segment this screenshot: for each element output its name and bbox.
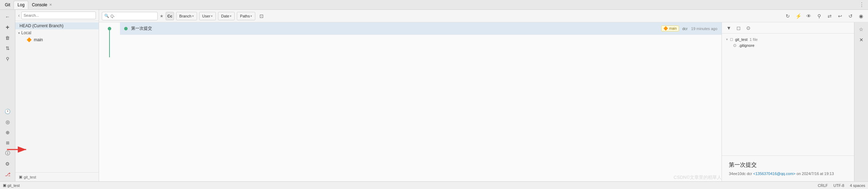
more-tabs-button[interactable]: ⋮ xyxy=(857,1,867,8)
commit-branch-tag: 🔶 main xyxy=(661,26,679,31)
file-entry-gitignore[interactable]: ⊙ .gitignore xyxy=(725,42,851,49)
file-label: .gitignore xyxy=(739,43,754,48)
status-bar: ▣ git_test CRLF UTF-8 4 spaces xyxy=(0,181,868,189)
paths-chevron-icon: ▾ xyxy=(250,14,252,18)
tab-console-label: Console xyxy=(32,2,47,7)
warning-button[interactable]: ⓘ xyxy=(2,148,13,158)
history-button[interactable]: 🕐 xyxy=(2,107,13,116)
stash-button[interactable]: ⇅ xyxy=(2,43,13,53)
search-input[interactable] xyxy=(111,14,145,18)
sidebar-content: HEAD (Current Branch) ▾ Local 🔶 main xyxy=(15,21,99,172)
fetch-icon[interactable]: ⚡ xyxy=(794,12,802,20)
far-right-rail: ☆ ✕ xyxy=(854,22,868,181)
tag-button[interactable]: ◎ xyxy=(2,117,13,127)
sidebar-search-input[interactable] xyxy=(21,12,96,19)
commit-message: 第一次提交 xyxy=(131,26,658,31)
sidebar-header: ‹ xyxy=(15,10,99,21)
branch-filter-button[interactable]: Branch ▾ xyxy=(176,12,197,20)
commit-detail-meta: 34ee10dc dcr <1356370416@qq.com> on 2024… xyxy=(729,172,847,176)
status-crlf[interactable]: CRLF xyxy=(818,183,828,188)
date-chevron-icon: ▾ xyxy=(230,14,232,18)
user-filter-button[interactable]: User ▾ xyxy=(199,12,216,20)
folder-label: git_test xyxy=(735,37,747,42)
cc-toggle[interactable]: Cc xyxy=(166,12,174,20)
expand-icon[interactable]: ▼ xyxy=(725,24,733,32)
tab-console[interactable]: Console ✕ xyxy=(28,1,55,9)
repo-label: git_test xyxy=(24,175,36,179)
branch-icon: 🔶 xyxy=(27,37,32,42)
delete-button[interactable]: 🗑 xyxy=(2,33,13,43)
log-content: 第一次提交 🔶 main dcr 19 minutes ago xyxy=(99,22,868,181)
date-filter-label: Date xyxy=(221,14,229,18)
toolbar: 🔍 ★ Cc Branch ▾ User ▾ Date ▾ Paths ▾ ⊡ xyxy=(99,10,868,22)
sidebar-item-main[interactable]: 🔶 main xyxy=(15,36,99,43)
svg-point-0 xyxy=(108,27,111,30)
status-encoding[interactable]: UTF-8 xyxy=(833,183,844,188)
tab-bar: Git Log Console ✕ ⋮ xyxy=(0,0,868,10)
table-row[interactable]: 第一次提交 🔶 main dcr 19 minutes ago xyxy=(120,22,722,35)
local-group-label: Local xyxy=(21,30,31,35)
status-indent[interactable]: 4 spaces xyxy=(850,183,865,188)
diff-icon[interactable]: ⇄ xyxy=(825,12,834,20)
remote-button[interactable]: ⊕ xyxy=(2,128,13,137)
main-layout: ← + 🗑 ⇅ ⚲ 🕐 ◎ ⊕ ⊞ ⓘ ⚙ ⎇ ‹ HEAD (Current … xyxy=(0,10,868,181)
date-filter-button[interactable]: Date ▾ xyxy=(218,12,235,20)
settings-button[interactable]: ⚙ xyxy=(2,159,13,169)
commit-dot xyxy=(124,27,128,30)
monitor-button[interactable]: ⊞ xyxy=(2,138,13,148)
branch-tag-icon: 🔶 xyxy=(663,26,668,31)
head-label: HEAD (Current Branch) xyxy=(20,23,63,28)
commit-detail: 第一次提交 34ee10dc dcr <1356370416@qq.com> o… xyxy=(722,155,854,181)
sidebar-group-local[interactable]: ▾ Local xyxy=(15,29,99,36)
close-icon[interactable]: ✕ xyxy=(49,3,52,7)
commit-list: 第一次提交 🔶 main dcr 19 minutes ago xyxy=(120,22,722,181)
right-panel-toolbar: ▼ ◻ ⊙ xyxy=(722,22,854,34)
commit-email-link[interactable]: <1356370416@qq.com> xyxy=(753,172,795,176)
paths-filter-label: Paths xyxy=(240,14,250,18)
commit-time: 19 minutes ago xyxy=(691,27,717,31)
tab-git[interactable]: Git xyxy=(1,1,14,9)
chevron-down-icon: ▾ xyxy=(18,31,20,35)
redo-icon[interactable]: ↺ xyxy=(846,12,855,20)
add-button[interactable]: + xyxy=(2,22,13,32)
tab-log[interactable]: Log xyxy=(14,1,28,9)
star-rail-icon[interactable]: ☆ xyxy=(856,24,867,34)
status-repo[interactable]: ▣ git_test xyxy=(3,183,20,188)
sidebar: ‹ HEAD (Current Branch) ▾ Local 🔶 main ▣… xyxy=(15,10,99,181)
branch-filter-label: Branch xyxy=(179,14,191,18)
new-tab-button[interactable]: ⊡ xyxy=(257,12,266,20)
modified-icon: ⊙ xyxy=(733,43,737,48)
icon-rail: ← + 🗑 ⇅ ⚲ 🕐 ◎ ⊕ ⊞ ⓘ ⚙ ⎇ xyxy=(0,10,15,181)
commit-detail-title: 第一次提交 xyxy=(729,161,847,169)
close-panel-icon[interactable]: ✕ xyxy=(856,35,867,45)
watch-icon[interactable]: ◉ xyxy=(857,12,865,20)
refresh-icon[interactable]: ↻ xyxy=(784,12,792,20)
repo-icon-status: ▣ xyxy=(3,183,6,188)
back-button[interactable]: ← xyxy=(2,12,13,22)
center-area: 🔍 ★ Cc Branch ▾ User ▾ Date ▾ Paths ▾ ⊡ xyxy=(99,10,868,181)
right-panel: ▼ ◻ ⊙ ▾ ◻ git_test 1 file ⊙ .gitignore xyxy=(722,22,854,181)
user-filter-label: User xyxy=(202,14,210,18)
sidebar-item-head[interactable]: HEAD (Current Branch) xyxy=(15,22,99,29)
star-icon[interactable]: ★ xyxy=(160,14,164,19)
eye-icon[interactable]: 👁 xyxy=(805,12,813,20)
file-count: 1 file xyxy=(749,37,757,42)
layout-icon[interactable]: ◻ xyxy=(734,24,743,32)
branch-tag-label: main xyxy=(669,27,677,30)
file-entry-folder[interactable]: ▾ ◻ git_test 1 file xyxy=(725,36,851,42)
folder-icon: ◻ xyxy=(730,37,733,42)
main-branch-label: main xyxy=(34,37,43,42)
graph-canvas xyxy=(99,22,120,181)
branch-tool-button[interactable]: ⎇ xyxy=(2,169,13,179)
diff-view-icon[interactable]: ⊙ xyxy=(744,24,753,32)
search-box: 🔍 xyxy=(102,12,158,20)
paths-filter-button[interactable]: Paths ▾ xyxy=(237,12,255,20)
status-repo-label: git_test xyxy=(7,183,20,188)
find-icon[interactable]: ⚲ xyxy=(815,12,823,20)
tab-log-label: Log xyxy=(17,2,24,7)
sidebar-back-icon[interactable]: ‹ xyxy=(18,13,20,18)
right-panel-content: ▾ ◻ git_test 1 file ⊙ .gitignore xyxy=(722,34,854,155)
search-button[interactable]: ⚲ xyxy=(2,54,13,64)
undo-icon[interactable]: ↩ xyxy=(836,12,844,20)
search-icon: 🔍 xyxy=(104,14,109,18)
